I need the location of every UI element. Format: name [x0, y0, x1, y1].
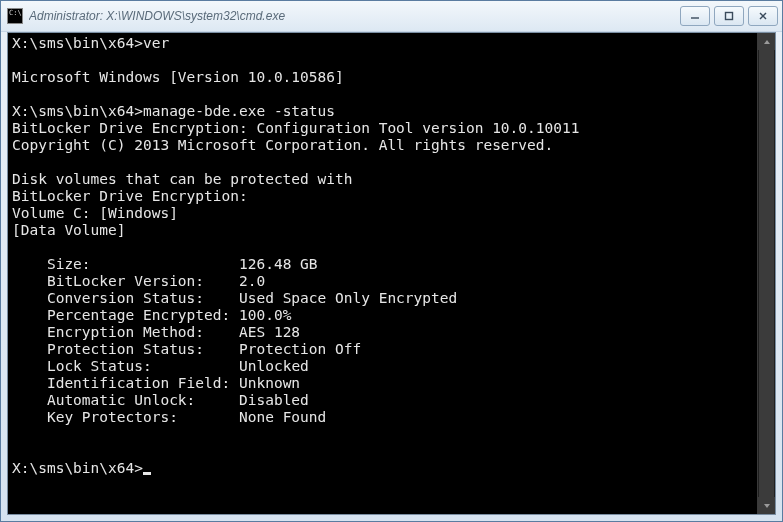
field-key: Automatic Unlock:: [47, 392, 195, 408]
field-key: Encryption Method:: [47, 324, 204, 340]
scrollbar-track[interactable]: [758, 50, 775, 497]
field-value: 2.0: [239, 273, 265, 289]
chevron-down-icon: [763, 502, 771, 510]
scrollbar-thumb[interactable]: [759, 50, 774, 497]
bde-header-line: BitLocker Drive Encryption: Configuratio…: [12, 120, 579, 136]
titlebar[interactable]: Administrator: X:\WINDOWS\system32\cmd.e…: [1, 1, 782, 32]
window-title: Administrator: X:\WINDOWS\system32\cmd.e…: [29, 9, 680, 23]
chevron-up-icon: [763, 38, 771, 46]
terminal-output[interactable]: X:\sms\bin\x64>ver Microsoft Windows [Ve…: [8, 33, 757, 514]
maximize-button[interactable]: [714, 6, 744, 26]
field-value: 100.0%: [239, 307, 291, 323]
field-value: Unlocked: [239, 358, 309, 374]
bde-intro-line: Disk volumes that can be protected with: [12, 171, 352, 187]
bde-volume-type: [Data Volume]: [12, 222, 126, 238]
field-key: Protection Status:: [47, 341, 204, 357]
field-value: 126.48 GB: [239, 256, 318, 272]
svg-marker-5: [764, 504, 770, 508]
field-value: Unknown: [239, 375, 300, 391]
prompt: X:\sms\bin\x64>: [12, 460, 143, 476]
field-value: AES 128: [239, 324, 300, 340]
field-key: Lock Status:: [47, 358, 152, 374]
field-key: Identification Field:: [47, 375, 230, 391]
command-manage-bde: manage-bde.exe -status: [143, 103, 335, 119]
close-button[interactable]: [748, 6, 778, 26]
field-value: Used Space Only Encrypted: [239, 290, 457, 306]
maximize-icon: [724, 11, 734, 21]
field-value: None Found: [239, 409, 326, 425]
cursor: [143, 472, 151, 475]
svg-rect-1: [726, 13, 733, 20]
window-controls: [680, 6, 778, 26]
field-key: Key Protectors:: [47, 409, 178, 425]
bde-volume-line: Volume C: [Windows]: [12, 205, 178, 221]
cmd-window: Administrator: X:\WINDOWS\system32\cmd.e…: [0, 0, 783, 522]
scroll-down-button[interactable]: [758, 497, 775, 514]
field-key: Conversion Status:: [47, 290, 204, 306]
field-value: Disabled: [239, 392, 309, 408]
prompt: X:\sms\bin\x64>: [12, 35, 143, 51]
minimize-button[interactable]: [680, 6, 710, 26]
bde-intro-line: BitLocker Drive Encryption:: [12, 188, 248, 204]
field-key: Size:: [47, 256, 91, 272]
close-icon: [758, 11, 768, 21]
field-key: BitLocker Version:: [47, 273, 204, 289]
field-key: Percentage Encrypted:: [47, 307, 230, 323]
bde-copyright-line: Copyright (C) 2013 Microsoft Corporation…: [12, 137, 553, 153]
vertical-scrollbar[interactable]: [757, 33, 775, 514]
svg-marker-4: [764, 40, 770, 44]
field-value: Protection Off: [239, 341, 361, 357]
prompt: X:\sms\bin\x64>: [12, 103, 143, 119]
command-ver: ver: [143, 35, 169, 51]
ver-output: Microsoft Windows [Version 10.0.10586]: [12, 69, 344, 85]
cmd-icon: [7, 8, 23, 24]
minimize-icon: [690, 11, 700, 21]
scroll-up-button[interactable]: [758, 33, 775, 50]
terminal-area: X:\sms\bin\x64>ver Microsoft Windows [Ve…: [7, 32, 776, 515]
